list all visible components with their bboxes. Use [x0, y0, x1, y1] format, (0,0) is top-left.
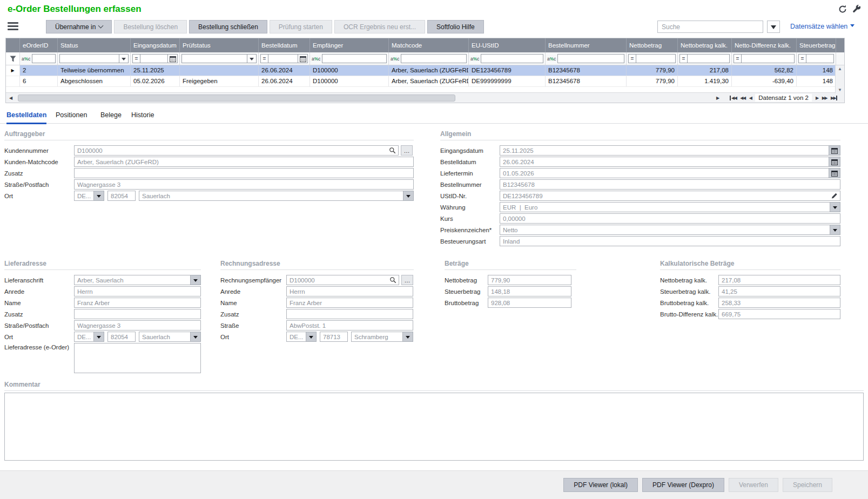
besteuerungsart-input[interactable] [500, 236, 840, 246]
bestelldatum-input[interactable] [500, 157, 829, 167]
chevron-down-icon[interactable] [830, 202, 840, 212]
column-header-0[interactable]: eOrderID [20, 38, 58, 52]
column-header-9[interactable]: Nettobetrag [627, 38, 678, 52]
strasse-input[interactable] [286, 320, 413, 331]
calendar-icon[interactable] [829, 145, 840, 156]
hamburger-icon[interactable] [8, 22, 18, 31]
prev-record-button[interactable]: ◀ [749, 96, 752, 100]
filter-input-5[interactable] [322, 54, 387, 63]
calendar-icon[interactable] [167, 54, 178, 63]
vertical-scrollbar[interactable]: ▲ ▼ [835, 65, 844, 93]
steuerbetrag-input[interactable] [488, 286, 571, 296]
name-input[interactable] [286, 298, 413, 308]
last-record-button[interactable]: ▶▶ [831, 96, 837, 100]
column-header-6[interactable]: Matchcode [389, 38, 469, 52]
table-row[interactable]: 6Abgeschlossen05.02.2026Freigegeben26.06… [6, 76, 844, 87]
search-input[interactable] [657, 21, 763, 33]
anrede-input[interactable] [74, 286, 201, 296]
ustid-input[interactable] [500, 191, 840, 201]
pruefung-starten-button[interactable]: Prüfung starten [270, 20, 332, 33]
land-select[interactable] [74, 332, 94, 342]
tab-belege[interactable]: Belege [100, 111, 122, 123]
chevron-down-icon[interactable] [119, 54, 129, 63]
refresh-icon[interactable] [838, 4, 847, 14]
chevron-down-icon[interactable] [403, 191, 414, 201]
column-header-8[interactable]: Bestellnummer [546, 38, 627, 52]
preiskennzeichen-select[interactable] [500, 225, 830, 235]
horizontal-scrollbar[interactable] [16, 95, 712, 102]
chevron-down-icon[interactable] [191, 332, 201, 342]
verwerfen-button[interactable]: Verwerfen [729, 478, 778, 492]
bruttobetrag-kalk-input[interactable] [718, 298, 840, 308]
filter-input-8[interactable] [557, 54, 624, 63]
kunden-matchcode-input[interactable] [74, 157, 414, 167]
filter-input-4[interactable] [268, 54, 298, 63]
wrench-icon[interactable] [852, 4, 862, 14]
pencil-icon[interactable] [831, 192, 838, 199]
column-header-12[interactable]: Steuerbetrag [797, 38, 836, 52]
lieferadresse-eorder-textarea[interactable] [74, 343, 201, 373]
waehrung-select[interactable] [500, 202, 830, 212]
scroll-left-icon[interactable]: ◀ [6, 96, 16, 100]
bestellung-loeschen-button[interactable]: Bestellung löschen [114, 20, 187, 33]
ort-input[interactable] [139, 332, 191, 342]
filter-input-2[interactable] [140, 54, 168, 63]
scroll-right-icon[interactable]: ▶ [712, 96, 723, 100]
search-icon[interactable] [389, 277, 396, 284]
column-header-1[interactable]: Status [58, 38, 131, 52]
chevron-down-icon[interactable] [191, 275, 201, 285]
column-header-5[interactable]: Empfänger [310, 38, 389, 52]
calendar-icon[interactable] [298, 54, 308, 63]
filter-input-7[interactable] [481, 54, 543, 63]
liefertermin-input[interactable] [500, 168, 829, 178]
rechnungsempfaenger-input[interactable] [286, 275, 399, 285]
next-record-button[interactable]: ▶ [816, 96, 818, 100]
fast-prev-button[interactable]: ◀◀ [740, 96, 745, 100]
nettobetrag-kalk-input[interactable] [718, 275, 840, 285]
anrede-input[interactable] [286, 286, 413, 296]
filter-input-9[interactable] [636, 54, 676, 63]
plz-input[interactable] [107, 332, 136, 342]
uebernahme-in-button[interactable]: Übernahme in [46, 20, 112, 33]
calendar-icon[interactable] [829, 157, 840, 167]
zusatz-input[interactable] [286, 309, 413, 319]
datensaetze-waehlen-link[interactable]: Datensätze wählen [790, 23, 854, 30]
scroll-up-icon[interactable]: ▲ [836, 66, 844, 71]
column-header-3[interactable]: Prüfstatus [180, 38, 259, 52]
tab-historie[interactable]: Historie [131, 111, 154, 123]
search-icon[interactable] [389, 147, 396, 154]
brutto-differenz-kalk-input[interactable] [718, 309, 840, 319]
plz-input[interactable] [107, 191, 136, 201]
kundennummer-more-button[interactable]: … [401, 145, 413, 156]
chevron-down-icon[interactable] [306, 332, 317, 342]
column-header-2[interactable]: Eingangsdatum [131, 38, 180, 52]
chevron-down-icon[interactable] [830, 225, 840, 235]
strasse-postfach-input[interactable] [74, 179, 414, 190]
column-header-4[interactable]: Bestelldatum [259, 38, 310, 52]
filter-input-1[interactable] [59, 54, 119, 63]
filter-input-10[interactable] [687, 54, 730, 63]
horizontal-scrollbar-thumb[interactable] [18, 95, 455, 102]
land-select[interactable] [74, 191, 94, 201]
softfolio-hilfe-button[interactable]: Softfolio Hilfe [427, 20, 484, 33]
filter-input-12[interactable] [806, 54, 834, 63]
calendar-icon[interactable] [829, 168, 840, 178]
zusatz-input[interactable] [74, 309, 201, 319]
land-select[interactable] [286, 332, 306, 342]
kundennummer-input[interactable] [74, 145, 399, 156]
bestellung-schliessen-button[interactable]: Bestellung schließen [189, 20, 267, 33]
search-filter-dropdown-button[interactable] [767, 21, 780, 33]
chevron-down-icon[interactable] [403, 332, 413, 342]
ocr-ergebnis-button[interactable]: OCR Ergebnis neu erst... [334, 20, 425, 33]
filter-input-6[interactable] [401, 54, 467, 63]
nettobetrag-input[interactable] [488, 275, 571, 285]
bruttobetrag-input[interactable] [488, 298, 571, 308]
column-header-7[interactable]: EU-UStID [469, 38, 546, 52]
filter-input-0[interactable] [32, 54, 56, 63]
pdf-viewer-lokal-button[interactable]: PDF Viewer (lokal) [563, 478, 638, 492]
strasse-postfach-input[interactable] [74, 320, 201, 331]
chevron-down-icon[interactable] [94, 332, 104, 342]
tab-positionen[interactable]: Positionen [56, 111, 87, 123]
ort-input[interactable] [139, 191, 403, 201]
kurs-input[interactable] [500, 213, 840, 224]
